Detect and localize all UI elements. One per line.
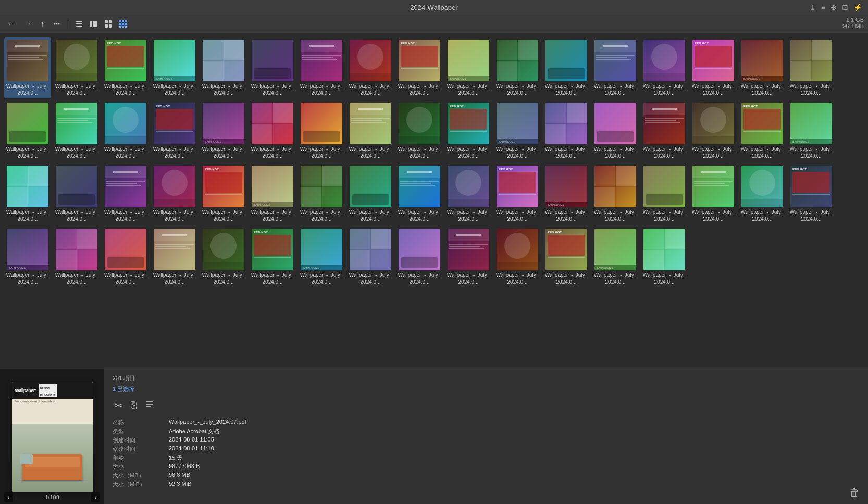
file-item[interactable]: Wallpaper_-_July_2024.0... [200,37,247,98]
file-item[interactable]: Wallpaper_-_July_2024.0... [690,100,737,161]
add-icon[interactable]: ⊕ [829,3,838,11]
file-item[interactable]: BATHROOMS Wallpaper_-_July_2024.0... [494,100,541,161]
file-item[interactable]: Wallpaper_-_July_2024.0... [543,100,590,161]
file-item[interactable]: Wallpaper_-_July_2024.0... [641,163,688,224]
file-item[interactable]: RED HOT Wallpaper_-_July_2024.0... [690,37,737,98]
file-item[interactable]: BATHROOMS Wallpaper_-_July_2024.0... [249,163,296,224]
file-item[interactable]: BATHROOMS Wallpaper_-_July_2024.0... [592,226,639,287]
up-button[interactable]: ↑ [38,18,47,30]
file-label: Wallpaper_-_July_2024.0... [5,272,50,285]
file-item[interactable]: RED HOT Wallpaper_-_July_2024.0... [200,163,247,224]
file-label: Wallpaper_-_July_2024.0... [5,83,50,96]
total-count: 201 项目 [113,374,860,382]
file-item[interactable]: Wallpaper_-_July_2024.0... [298,100,345,161]
file-label: Wallpaper_-_July_2024.0... [103,272,148,285]
file-item[interactable]: RED HOT Wallpaper_-_July_2024.0... [445,100,492,161]
grid-icon[interactable]: ⊡ [840,3,850,11]
back-button[interactable]: ← [4,18,18,30]
file-item[interactable]: Wallpaper_-_July_2024.0... [347,163,394,224]
file-item[interactable]: Wallpaper_-_July_2024.0... [494,226,541,287]
file-label: Wallpaper_-_July_2024.0... [250,209,295,222]
file-item[interactable]: RED HOT Wallpaper_-_July_2024.0... [788,163,835,224]
file-label: Wallpaper_-_July_2024.0... [201,146,246,159]
modified-key-label: 修改时间 [113,445,165,453]
file-item[interactable]: Wallpaper_-_July_2024.0... [739,163,786,224]
file-item[interactable]: Wallpaper_-_July_2024.0... [641,37,688,98]
cut-button[interactable]: ✂ [113,398,125,412]
file-item[interactable]: RED HOT Wallpaper_-_July_2024.0... [396,37,443,98]
prev-page-button[interactable]: ‹ [4,492,13,502]
file-item[interactable]: Wallpaper_-_July_2024.0... [4,37,51,98]
file-item[interactable]: Wallpaper_-_July_2024.0... [347,37,394,98]
file-item[interactable]: Wallpaper_-_July_2024.0... [53,37,100,98]
file-item[interactable]: Wallpaper_-_July_2024.0... [592,163,639,224]
file-item[interactable]: RED HOT Wallpaper_-_July_2024.0... [739,100,786,161]
file-item[interactable]: Wallpaper_-_July_2024.0... [53,100,100,161]
file-item[interactable]: BATHROOMS Wallpaper_-_July_2024.0... [4,226,51,287]
file-item[interactable]: RED HOT Wallpaper_-_July_2024.0... [102,37,149,98]
title-bar-controls: ⤓ ≡ ⊕ ⊡ ⚡ [808,3,864,11]
forward-button[interactable]: → [21,18,34,30]
file-item[interactable]: Wallpaper_-_July_2024.0... [543,37,590,98]
icon-view-button[interactable] [102,18,115,30]
file-label: Wallpaper_-_July_2024.0... [495,146,540,159]
file-item[interactable]: Wallpaper_-_July_2024.0... [4,163,51,224]
file-item[interactable]: Wallpaper_-_July_2024.0... [445,163,492,224]
file-item[interactable]: Wallpaper_-_July_2024.0... [347,226,394,287]
file-label: Wallpaper_-_July_2024.0... [397,146,442,159]
file-item[interactable]: RED HOT Wallpaper_-_July_2024.0... [151,100,198,161]
preview-nav: ‹ 1/188 › [0,490,104,504]
file-item[interactable]: RED HOT Wallpaper_-_July_2024.0... [494,163,541,224]
file-item[interactable]: Wallpaper_-_July_2024.0... [298,163,345,224]
file-item[interactable]: Wallpaper_-_July_2024.0... [788,37,835,98]
file-item[interactable]: BATHROOMS Wallpaper_-_July_2024.0... [543,163,590,224]
file-item[interactable]: Wallpaper_-_July_2024.0... [641,226,688,287]
lightning-icon[interactable]: ⚡ [852,3,864,11]
file-label: Wallpaper_-_July_2024.0... [103,146,148,159]
file-item[interactable]: RED HOT Wallpaper_-_July_2024.0... [249,226,296,287]
file-item[interactable]: Wallpaper_-_July_2024.0... [494,37,541,98]
info-button[interactable] [143,398,156,412]
sync-icon[interactable]: ⤓ [808,3,817,11]
file-item[interactable]: Wallpaper_-_July_2024.0... [592,37,639,98]
type-key-label: 类型 [113,427,165,435]
file-item[interactable]: BATHROOMS Wallpaper_-_July_2024.0... [200,100,247,161]
file-item[interactable]: Wallpaper_-_July_2024.0... [396,226,443,287]
file-item[interactable]: Wallpaper_-_July_2024.0... [249,100,296,161]
list-icon[interactable]: ≡ [820,3,827,11]
file-item[interactable]: Wallpaper_-_July_2024.0... [102,163,149,224]
file-item[interactable]: Wallpaper_-_July_2024.0... [102,100,149,161]
file-item[interactable]: Wallpaper_-_July_2024.0... [102,226,149,287]
column-view-button[interactable] [87,18,101,30]
file-item[interactable]: Wallpaper_-_July_2024.0... [151,163,198,224]
file-label: Wallpaper_-_July_2024.0... [691,146,736,159]
file-item[interactable]: BATHROOMS Wallpaper_-_July_2024.0... [298,226,345,287]
trash-button[interactable]: 🗑 [849,487,860,499]
file-item[interactable]: Wallpaper_-_July_2024.0... [151,226,198,287]
file-item[interactable]: Wallpaper_-_July_2024.0... [396,163,443,224]
file-item[interactable]: Wallpaper_-_July_2024.0... [690,163,737,224]
file-item[interactable]: Wallpaper_-_July_2024.0... [298,37,345,98]
file-item[interactable]: Wallpaper_-_July_2024.0... [445,226,492,287]
file-item[interactable]: Wallpaper_-_July_2024.0... [396,100,443,161]
file-item[interactable]: Wallpaper_-_July_2024.0... [249,37,296,98]
grid-view-button[interactable] [116,18,130,30]
file-item[interactable]: Wallpaper_-_July_2024.0... [4,100,51,161]
file-item[interactable]: Wallpaper_-_July_2024.0... [200,226,247,287]
actions-button[interactable] [50,18,64,30]
file-label: Wallpaper_-_July_2024.0... [152,272,197,285]
file-item[interactable]: Wallpaper_-_July_2024.0... [53,226,100,287]
file-item[interactable]: BATHROOMS Wallpaper_-_July_2024.0... [739,37,786,98]
next-page-button[interactable]: › [91,492,100,502]
copy-button[interactable]: ⎘ [129,398,139,412]
file-item[interactable]: BATHROOMS Wallpaper_-_July_2024.0... [788,100,835,161]
file-item[interactable]: Wallpaper_-_July_2024.0... [641,100,688,161]
file-item[interactable]: BATHROOMS Wallpaper_-_July_2024.0... [151,37,198,98]
file-item[interactable]: Wallpaper_-_July_2024.0... [592,100,639,161]
file-item[interactable]: BATHROOMS Wallpaper_-_July_2024.0... [445,37,492,98]
list-view-button[interactable] [72,18,86,30]
file-item[interactable]: Wallpaper_-_July_2024.0... [347,100,394,161]
file-label: Wallpaper_-_July_2024.0... [789,209,834,222]
file-item[interactable]: Wallpaper_-_July_2024.0... [53,163,100,224]
file-item[interactable]: RED HOT Wallpaper_-_July_2024.0... [543,226,590,287]
